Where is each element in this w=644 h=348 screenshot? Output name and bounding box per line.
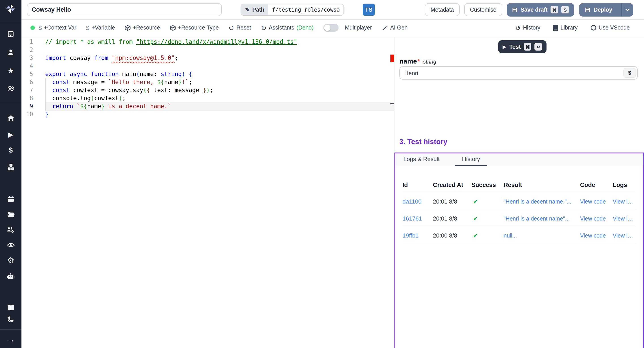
reset-icon: ↺ xyxy=(228,24,234,31)
sidebar-item-schedules[interactable] xyxy=(0,195,22,203)
path-button[interactable]: ✎ Path f/testing_roles/cowsa xyxy=(240,4,344,16)
deploy-dropdown-button[interactable] xyxy=(621,3,633,16)
code-line[interactable]: // import * as wmill from "https://deno.… xyxy=(45,38,394,46)
sidebar-item-workers[interactable] xyxy=(0,272,22,280)
variable-picker-button[interactable]: $ xyxy=(624,68,636,78)
path-value[interactable]: f/testing_roles/cowsa xyxy=(268,4,343,15)
windmill-logo[interactable] xyxy=(0,3,22,14)
users-gear-icon xyxy=(7,226,15,234)
users-icon xyxy=(7,85,14,92)
sidebar-item-members[interactable] xyxy=(0,84,22,92)
deploy-label: Deploy xyxy=(594,6,612,13)
overview-ruler[interactable] xyxy=(390,37,394,348)
code-token xyxy=(108,54,112,61)
assistants-button[interactable]: ↻ Assistants (Deno) xyxy=(261,24,314,31)
code-token: const xyxy=(52,79,70,86)
customise-label: Customise xyxy=(470,6,496,13)
result-link[interactable]: null... xyxy=(504,232,580,239)
cubes-icon xyxy=(7,163,14,171)
result-link[interactable]: "Henri is a decent name."... xyxy=(504,198,580,205)
code-line[interactable]: return `${name} is a decent name.` xyxy=(45,102,394,110)
result-link[interactable]: "Henri is a decent name"... xyxy=(504,216,580,222)
ai-gen-button[interactable]: AI Gen xyxy=(382,24,408,31)
view-logs-link[interactable]: View logs xyxy=(613,216,636,222)
code-token: ) xyxy=(182,71,185,78)
reset-button[interactable]: ↺ Reset xyxy=(228,24,251,31)
code-token: ( xyxy=(136,71,140,78)
star-icon: ★ xyxy=(8,67,14,74)
add-resource-type-button[interactable]: +Resource Type xyxy=(170,24,219,31)
editor-code[interactable]: // import * as wmill from "https://deno.… xyxy=(45,38,394,118)
code-token: } xyxy=(178,79,182,86)
view-code-link[interactable]: View code xyxy=(580,198,613,205)
line-number: 1 xyxy=(22,38,45,46)
code-line[interactable] xyxy=(45,46,394,54)
windmill-logo-icon xyxy=(6,4,16,14)
tab-history[interactable]: History xyxy=(455,154,487,166)
sidebar-divider xyxy=(0,329,22,330)
run-id-link[interactable]: 19ffb1 xyxy=(402,232,433,239)
multiplayer-toggle[interactable] xyxy=(323,24,338,32)
play-icon: ▶ xyxy=(8,131,13,138)
code-line[interactable]: import cowsay from "npm:cowsay@1.5.0"; xyxy=(45,54,394,62)
dollar-icon: $ xyxy=(86,25,89,31)
add-resource-button[interactable]: +Resource xyxy=(125,24,160,31)
sidebar-item-resources[interactable] xyxy=(0,163,22,171)
script-title-input[interactable] xyxy=(27,3,222,16)
sidebar-item-workspace[interactable] xyxy=(0,30,22,38)
code-token: "https://deno.land/x/windmill@v1.136.0/m… xyxy=(136,38,297,45)
book-open-icon xyxy=(7,304,14,311)
run-id-link[interactable]: da1100 xyxy=(402,198,433,205)
magic-wand-icon xyxy=(382,24,388,31)
sidebar-item-variables[interactable]: $ xyxy=(0,146,22,154)
deploy-button[interactable]: Deploy xyxy=(580,3,633,16)
code-token: ; xyxy=(122,95,126,102)
assistants-label: Assistants xyxy=(269,24,294,31)
view-logs-link[interactable]: View logs xyxy=(613,198,636,205)
sidebar-item-home[interactable] xyxy=(0,114,22,122)
save-draft-button[interactable]: Save draft ⌘ S xyxy=(507,3,574,16)
save-icon xyxy=(512,7,518,12)
sidebar-item-settings[interactable]: ⚙ xyxy=(0,256,22,264)
name-field[interactable] xyxy=(399,66,638,80)
add-variable-button[interactable]: $ +Variable xyxy=(86,24,115,31)
use-vscode-button[interactable]: Use VScode xyxy=(590,24,630,31)
run-id-link[interactable]: 161761 xyxy=(402,215,433,222)
sidebar-item-dark-mode[interactable] xyxy=(0,315,22,324)
book-icon xyxy=(553,24,558,31)
customise-button[interactable]: Customise xyxy=(464,3,502,16)
view-logs-link[interactable]: View logs xyxy=(613,232,636,239)
enter-key-badge: ↵ xyxy=(535,43,542,50)
test-button[interactable]: ▶ Test ⌘ ↵ xyxy=(498,40,547,53)
sidebar-item-audit-logs[interactable] xyxy=(0,241,22,249)
tab-logs-result[interactable]: Logs & Result xyxy=(402,154,440,166)
field-label-row: name* string xyxy=(399,57,638,65)
metadata-button[interactable]: Metadata xyxy=(425,3,460,16)
sidebar-item-runs[interactable]: ▶ xyxy=(0,130,22,138)
sidebar-item-user[interactable] xyxy=(0,48,22,56)
sidebar-item-favorites[interactable]: ★ xyxy=(0,67,22,75)
sidebar-item-groups[interactable] xyxy=(0,226,22,234)
code-line[interactable]: const message = `Hello there, ${name}!`; xyxy=(45,78,394,86)
code-editor[interactable]: 12345678910 // import * as wmill from "h… xyxy=(22,37,394,348)
code-line[interactable]: export async function main(name: string)… xyxy=(45,70,394,78)
code-line[interactable]: console.log(cowText); xyxy=(45,94,394,102)
section-title: 3. Test history xyxy=(399,138,644,147)
code-line[interactable]: const cowText = cowsay.say({ text: messa… xyxy=(45,86,394,94)
library-button[interactable]: Library xyxy=(553,24,578,31)
sidebar-expand-button[interactable]: → xyxy=(0,336,22,344)
moon-icon xyxy=(7,316,14,323)
view-code-link[interactable]: View code xyxy=(580,232,613,239)
sidebar-item-folders[interactable] xyxy=(0,210,22,218)
code-line[interactable] xyxy=(45,62,394,70)
sidebar-item-docs[interactable] xyxy=(0,304,22,312)
code-line[interactable]: } xyxy=(45,110,394,118)
cmd-key-badge: ⌘ xyxy=(551,6,558,14)
assistants-lang-label: (Deno) xyxy=(296,24,314,31)
multiplayer-label: Multiplayer xyxy=(345,24,372,31)
history-button[interactable]: ↺ History xyxy=(515,24,540,31)
add-context-var-button[interactable]: $ +Context Var xyxy=(38,24,76,31)
view-code-link[interactable]: View code xyxy=(580,216,613,222)
code-token: ` xyxy=(77,103,80,110)
language-badge[interactable]: TS xyxy=(363,4,375,16)
